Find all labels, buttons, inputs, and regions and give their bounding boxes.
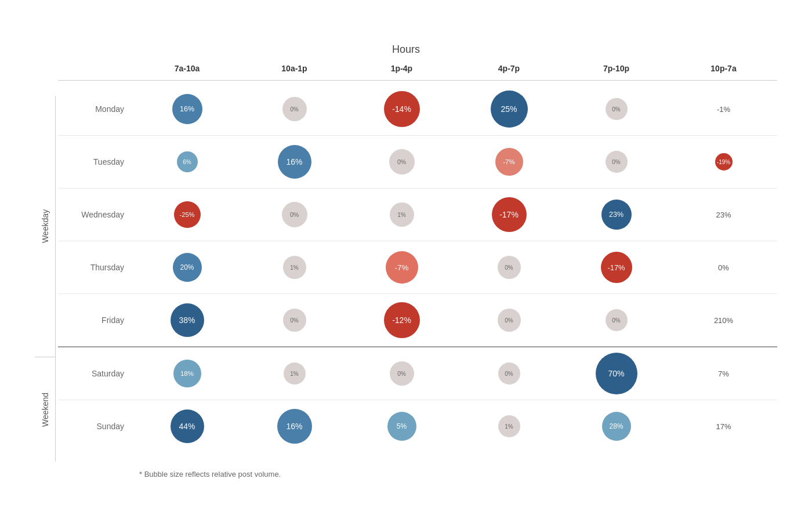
bubble: 0% xyxy=(498,362,520,385)
chart-title: Hours xyxy=(35,44,777,56)
bubble: 1% xyxy=(283,256,306,279)
bubble: 0% xyxy=(283,309,306,332)
plain-value-cell: 0% xyxy=(670,241,777,293)
bubble-cell: -17% xyxy=(455,188,563,241)
bubble: 16% xyxy=(277,409,312,444)
bubble-cell: 16% xyxy=(133,83,241,135)
bubble: 20% xyxy=(173,253,202,282)
col-header-4: 7p-10p xyxy=(563,61,670,75)
plain-value-cell: 17% xyxy=(670,400,777,452)
table-row: Monday16%0%-14%25%0%-1% xyxy=(58,83,777,136)
bubble-cell: -7% xyxy=(455,136,563,188)
table-row: Wednesday-25%0%1%-17%23%23% xyxy=(58,188,777,241)
bubble: 70% xyxy=(596,353,637,394)
table-row: Saturday18%1%0%0%70%7% xyxy=(58,347,777,400)
day-label: Wednesday xyxy=(58,202,133,227)
table-row: Sunday44%16%5%1%28%17% xyxy=(58,400,777,452)
bubble: 0% xyxy=(282,202,307,227)
bubble-cell: 20% xyxy=(133,241,241,293)
plain-value-cell: 210% xyxy=(670,294,777,346)
bubble: 1% xyxy=(390,202,414,227)
bubble: 0% xyxy=(282,97,307,121)
day-label: Friday xyxy=(58,307,133,333)
bubble-cell: 16% xyxy=(241,136,348,188)
col-header-2: 1p-4p xyxy=(348,61,455,75)
bubble: 0% xyxy=(389,149,415,175)
bubble-cell: 70% xyxy=(563,347,670,400)
bubble: 1% xyxy=(284,362,306,385)
bubble-cell: 28% xyxy=(563,400,670,452)
bubble: -7% xyxy=(495,148,523,176)
bubble: 16% xyxy=(278,145,311,179)
bubble-cell: -17% xyxy=(563,241,670,293)
bubble-cell: -7% xyxy=(348,241,455,293)
bubble-cell: -25% xyxy=(133,188,241,241)
bubble-cell: 0% xyxy=(455,294,563,346)
col-header-5: 10p-7a xyxy=(670,61,777,75)
bubble-cell: 0% xyxy=(241,294,348,346)
plain-value-cell: 7% xyxy=(670,347,777,400)
bubble: -17% xyxy=(601,252,632,283)
col-header-3: 4p-7p xyxy=(455,61,563,75)
bubble-cell: 38% xyxy=(133,294,241,346)
bubble-cell: 18% xyxy=(133,347,241,400)
bubble-cell: 0% xyxy=(455,241,563,293)
bubble-cell: 16% xyxy=(241,400,348,452)
col-header-0: 7a-10a xyxy=(133,61,241,75)
header-day-spacer xyxy=(58,61,133,75)
bubble-cell: 0% xyxy=(241,83,348,135)
day-label: Tuesday xyxy=(58,149,133,175)
bubble-cell: 25% xyxy=(455,83,563,135)
bubble: 0% xyxy=(606,151,628,173)
plain-value-cell: 23% xyxy=(670,188,777,241)
bubble-cell: 1% xyxy=(241,347,348,400)
footnote: * Bubble size reflects relative post vol… xyxy=(35,470,777,478)
bubble: 0% xyxy=(390,361,414,386)
bubble-cell: 1% xyxy=(241,241,348,293)
bubble: 0% xyxy=(498,256,521,279)
bubble-cell: 6% xyxy=(133,136,241,188)
chart-container: Hours Weekday Weekend 7a-10a 10a-1p 1p-4… xyxy=(17,32,795,490)
bubble-cell: 0% xyxy=(348,347,455,400)
bubble: 0% xyxy=(606,309,628,331)
bubble-cell: 0% xyxy=(563,294,670,346)
bubble-cell: 0% xyxy=(241,188,348,241)
bubble: 23% xyxy=(601,200,632,230)
bubble-cell: 0% xyxy=(563,83,670,135)
bubble: -12% xyxy=(384,302,420,338)
bubble-cell: -12% xyxy=(348,294,455,346)
bubble: 1% xyxy=(498,415,520,437)
bubble: -17% xyxy=(492,197,527,232)
weekend-label-text: Weekend xyxy=(41,393,50,427)
bubble-cell: 23% xyxy=(563,188,670,241)
bubble-cell: 1% xyxy=(348,188,455,241)
header-row: 7a-10a 10a-1p 1p-4p 4p-7p 7p-10p 10p-7a xyxy=(58,61,777,81)
bubble: 44% xyxy=(171,409,204,443)
bubble: 5% xyxy=(387,412,416,441)
bubble: -14% xyxy=(384,91,420,127)
day-label: Sunday xyxy=(58,414,133,439)
bubble: 0% xyxy=(606,98,628,120)
day-label: Thursday xyxy=(58,255,133,280)
side-label-header-space xyxy=(35,61,56,96)
bubble: -19% xyxy=(715,153,733,171)
bubble-cell: 0% xyxy=(455,347,563,400)
bubble: -25% xyxy=(174,201,201,228)
weekday-label-text: Weekday xyxy=(41,209,50,243)
bubble: 28% xyxy=(602,412,631,441)
bubble-cell: -14% xyxy=(348,83,455,135)
table-row: Thursday20%1%-7%0%-17%0% xyxy=(58,241,777,294)
table-row: Tuesday6%16%0%-7%0%-19% xyxy=(58,136,777,188)
bubble: 6% xyxy=(177,151,198,172)
bubble-cell: 0% xyxy=(563,136,670,188)
plain-value-cell: -1% xyxy=(670,83,777,135)
bubble-cell: 0% xyxy=(348,136,455,188)
bubble: 25% xyxy=(491,90,528,128)
weekend-section: Saturday18%1%0%0%70%7%Sunday44%16%5%1%28… xyxy=(58,346,777,452)
bubble: 38% xyxy=(171,303,204,337)
bubble-cell: -19% xyxy=(670,136,777,188)
bubble: 18% xyxy=(173,360,201,387)
weekday-section-label: Weekday xyxy=(35,96,56,357)
bubble: -7% xyxy=(386,251,418,284)
day-label: Saturday xyxy=(58,361,133,386)
